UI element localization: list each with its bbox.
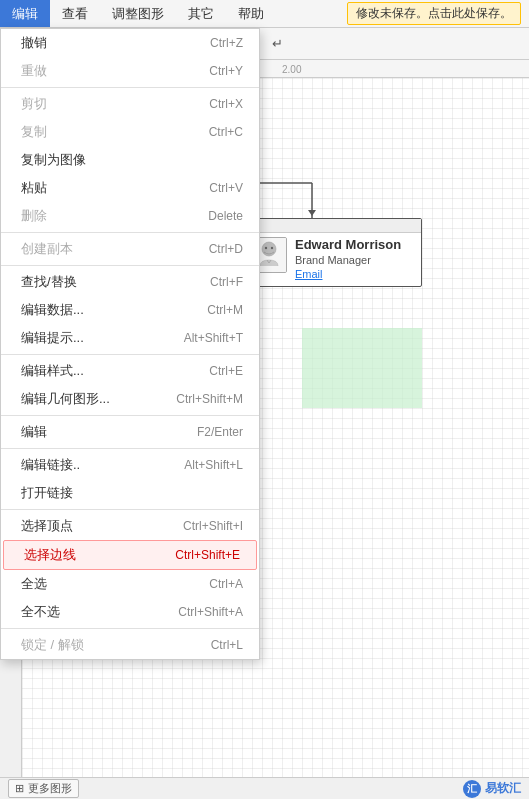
menu-duplicate: 创建副本 Ctrl+D: [1, 235, 259, 263]
svg-marker-4: [308, 210, 316, 216]
more-shapes-btn[interactable]: ⊞ 更多图形: [8, 779, 79, 798]
divider-8: [1, 628, 259, 629]
divider-4: [1, 354, 259, 355]
svg-point-8: [271, 247, 273, 249]
svg-point-7: [265, 247, 267, 249]
menu-redo: 重做 Ctrl+Y: [1, 57, 259, 85]
menu-undo[interactable]: 撤销 Ctrl+Z: [1, 29, 259, 57]
menu-delete: 删除 Delete: [1, 202, 259, 230]
menu-item-adjust[interactable]: 调整图形: [100, 0, 176, 27]
return-arrow-btn[interactable]: ↵: [264, 31, 290, 57]
menu-open-link[interactable]: 打开链接: [1, 479, 259, 507]
menu-bar: 编辑 查看 调整图形 其它 帮助 修改未保存。点击此处保存。: [0, 0, 529, 28]
menu-item-view[interactable]: 查看: [50, 0, 100, 27]
bottom-bar: ⊞ 更多图形 汇 易软汇: [0, 777, 529, 799]
menu-select-edges[interactable]: 选择边线 Ctrl+Shift+E: [3, 540, 257, 570]
person-email[interactable]: Email: [295, 268, 401, 280]
menu-edit-geometry[interactable]: 编辑几何图形... Ctrl+Shift+M: [1, 385, 259, 413]
divider-3: [1, 265, 259, 266]
menu-select-all[interactable]: 全选 Ctrl+A: [1, 570, 259, 598]
logo-icon: 汇: [463, 780, 481, 798]
menu-edit-style[interactable]: 编辑样式... Ctrl+E: [1, 357, 259, 385]
menu-edit-link[interactable]: 编辑链接.. Alt+Shift+L: [1, 451, 259, 479]
menu-copy: 复制 Ctrl+C: [1, 118, 259, 146]
menu-find-replace[interactable]: 查找/替换 Ctrl+F: [1, 268, 259, 296]
person-title: Brand Manager: [295, 254, 401, 266]
menu-paste[interactable]: 粘贴 Ctrl+V: [1, 174, 259, 202]
divider-2: [1, 232, 259, 233]
dropdown-menu: 撤销 Ctrl+Z 重做 Ctrl+Y 剪切 Ctrl+X 复制 Ctrl+C …: [0, 28, 260, 660]
menu-item-other[interactable]: 其它: [176, 0, 226, 27]
menu-cut: 剪切 Ctrl+X: [1, 90, 259, 118]
menu-item-help[interactable]: 帮助: [226, 0, 276, 27]
person-info: Edward Morrison Brand Manager Email: [295, 237, 401, 280]
menu-item-edit[interactable]: 编辑: [0, 0, 50, 27]
shapes-icon: ⊞: [15, 782, 24, 795]
menu-copy-image[interactable]: 复制为图像: [1, 146, 259, 174]
divider-5: [1, 415, 259, 416]
logo-area: 汇 易软汇: [463, 780, 521, 798]
divider-7: [1, 509, 259, 510]
menu-deselect-all[interactable]: 全不选 Ctrl+Shift+A: [1, 598, 259, 626]
logo-name: 易软汇: [485, 780, 521, 797]
person-card: ▣: [242, 218, 422, 287]
menu-edit-data[interactable]: 编辑数据... Ctrl+M: [1, 296, 259, 324]
menu-lock-unlock: 锁定 / 解锁 Ctrl+L: [1, 631, 259, 659]
person-name: Edward Morrison: [295, 237, 401, 252]
menu-select-vertices[interactable]: 选择顶点 Ctrl+Shift+I: [1, 512, 259, 540]
divider-6: [1, 448, 259, 449]
menu-edit[interactable]: 编辑 F2/Enter: [1, 418, 259, 446]
menu-edit-tooltip[interactable]: 编辑提示... Alt+Shift+T: [1, 324, 259, 352]
ruler-mark-2: 2.00: [282, 64, 301, 75]
green-shape: [302, 328, 422, 408]
unsaved-indicator[interactable]: 修改未保存。点击此处保存。: [347, 2, 529, 25]
divider-1: [1, 87, 259, 88]
